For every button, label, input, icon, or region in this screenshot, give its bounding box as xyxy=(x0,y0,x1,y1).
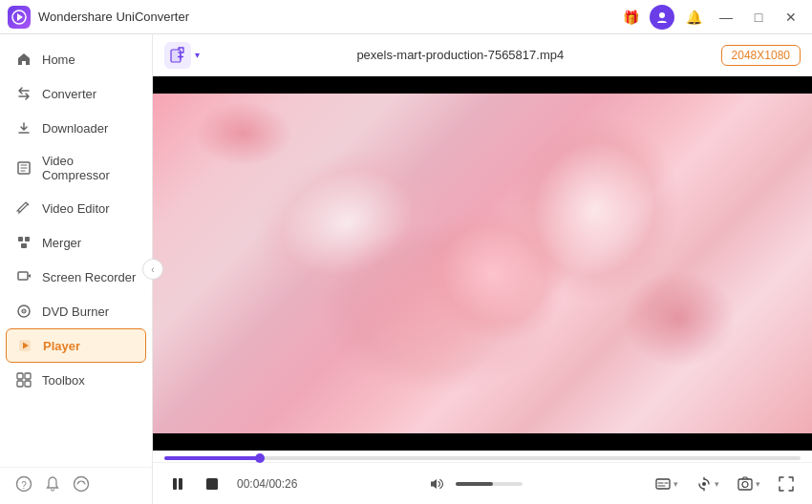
letterbox-top xyxy=(153,76,812,94)
svg-point-27 xyxy=(702,482,706,486)
sidebar-item-dvd-burner[interactable]: DVD Burner xyxy=(0,294,152,328)
caption-button[interactable]: ▾ xyxy=(649,472,684,496)
sidebar-item-label: Merger xyxy=(42,236,81,250)
svg-rect-4 xyxy=(18,237,23,242)
sidebar-item-label: Downloader xyxy=(42,121,108,136)
compressor-icon xyxy=(15,159,32,177)
sidebar-item-player[interactable]: Player xyxy=(6,328,146,363)
app-body: Home Converter Downloader Video Compress… xyxy=(0,34,812,504)
resolution-badge[interactable]: 2048X1080 xyxy=(721,45,801,66)
volume-fill xyxy=(456,482,493,486)
time-current: 00:04 xyxy=(237,477,266,491)
time-display: 00:04/00:26 xyxy=(237,477,297,491)
sidebar-item-downloader[interactable]: Downloader xyxy=(0,111,152,145)
svg-rect-16 xyxy=(25,381,31,387)
sidebar-item-video-editor[interactable]: Video Editor xyxy=(0,191,152,225)
sidebar-item-label: Toolbox xyxy=(42,373,85,388)
progress-bar[interactable] xyxy=(164,456,801,460)
progress-area xyxy=(153,451,812,462)
letterbox-bottom xyxy=(153,433,812,451)
sidebar-item-label: Video Compressor xyxy=(42,154,137,182)
video-frame xyxy=(153,76,812,451)
toolbox-icon xyxy=(15,371,32,388)
svg-marker-1 xyxy=(17,13,23,21)
bell-icon[interactable]: 🔔 xyxy=(680,4,707,31)
pause-button[interactable] xyxy=(164,471,191,497)
app-logo xyxy=(8,6,31,29)
minimize-button[interactable]: — xyxy=(713,4,739,31)
svg-point-2 xyxy=(659,12,665,18)
sidebar-item-label: Converter xyxy=(42,87,96,101)
svg-rect-28 xyxy=(738,479,752,490)
sidebar-nav: Home Converter Downloader Video Compress… xyxy=(0,34,152,467)
title-bar: Wondershare UniConverter 🎁 🔔 — □ ✕ xyxy=(0,0,812,34)
svg-rect-23 xyxy=(173,478,177,490)
progress-fill xyxy=(164,456,260,460)
sidebar-item-screen-recorder[interactable]: Screen Recorder xyxy=(0,260,152,294)
audio-button[interactable]: ▾ xyxy=(690,472,725,496)
sidebar-item-toolbox[interactable]: Toolbox xyxy=(0,363,152,397)
right-controls: ▾ ▾ ▾ xyxy=(649,472,801,496)
sidebar-item-label: Video Editor xyxy=(42,201,110,216)
help-icon[interactable]: ? xyxy=(15,475,32,496)
svg-point-10 xyxy=(23,310,25,312)
feedback-icon[interactable] xyxy=(73,475,90,496)
sidebar-item-merger[interactable]: Merger xyxy=(0,225,152,260)
svg-rect-24 xyxy=(179,478,182,490)
svg-point-20 xyxy=(78,481,80,483)
recorder-icon xyxy=(15,268,32,285)
fullscreen-button[interactable] xyxy=(772,472,801,496)
video-container xyxy=(153,76,812,451)
add-file-button[interactable]: ▾ xyxy=(164,42,200,69)
sidebar-item-converter[interactable]: Converter xyxy=(0,76,152,111)
maximize-button[interactable]: □ xyxy=(745,4,772,31)
notification-icon[interactable] xyxy=(44,475,61,496)
sidebar-collapse-button[interactable]: ‹ xyxy=(142,259,163,280)
add-chevron: ▾ xyxy=(195,50,200,60)
caption-chevron: ▾ xyxy=(673,479,678,489)
snapshot-button[interactable]: ▾ xyxy=(731,472,766,496)
main-content: ▾ pexels-mart-production-7565817.mp4 204… xyxy=(153,34,812,504)
close-button[interactable]: ✕ xyxy=(778,4,804,31)
smoke-dark-1 xyxy=(186,95,301,172)
volume-icon[interactable] xyxy=(423,471,450,497)
file-name: pexels-mart-production-7565817.mp4 xyxy=(207,48,714,62)
player-toolbar: ▾ pexels-mart-production-7565817.mp4 204… xyxy=(153,34,812,76)
sidebar-item-label: Home xyxy=(42,52,75,67)
merger-icon xyxy=(15,234,32,251)
gift-icon[interactable]: 🎁 xyxy=(617,4,644,31)
dvd-icon xyxy=(15,303,32,320)
svg-rect-25 xyxy=(206,478,218,490)
smoke-dark-2 xyxy=(612,262,746,376)
svg-rect-6 xyxy=(21,243,27,248)
app-title: Wondershare UniConverter xyxy=(38,10,617,24)
add-file-icon xyxy=(164,42,191,69)
controls-bar: 00:04/00:26 ▾ xyxy=(153,462,812,504)
volume-area xyxy=(423,471,523,497)
user-avatar[interactable] xyxy=(650,5,674,30)
svg-rect-22 xyxy=(171,50,181,62)
editor-icon xyxy=(15,200,32,217)
svg-rect-13 xyxy=(17,373,23,379)
volume-slider[interactable] xyxy=(456,482,523,486)
sidebar-item-home[interactable]: Home xyxy=(0,42,152,76)
svg-rect-5 xyxy=(25,237,30,242)
sidebar-bottom: ? xyxy=(0,467,152,504)
svg-point-21 xyxy=(83,481,85,483)
sidebar: Home Converter Downloader Video Compress… xyxy=(0,34,153,504)
svg-text:?: ? xyxy=(21,480,27,491)
sidebar-item-video-compressor[interactable]: Video Compressor xyxy=(0,145,152,191)
titlebar-controls: 🎁 🔔 — □ ✕ xyxy=(617,4,804,31)
audio-chevron: ▾ xyxy=(715,479,719,489)
stop-button[interactable] xyxy=(199,471,225,497)
svg-rect-7 xyxy=(18,272,28,280)
svg-rect-14 xyxy=(25,373,31,379)
sidebar-item-label: Player xyxy=(43,339,80,353)
player-icon xyxy=(16,337,33,354)
progress-thumb[interactable] xyxy=(255,453,265,463)
time-total: 00:26 xyxy=(268,477,297,491)
svg-point-29 xyxy=(742,481,748,487)
sidebar-item-label: DVD Burner xyxy=(42,304,109,319)
converter-icon xyxy=(15,85,32,102)
svg-rect-15 xyxy=(17,381,23,387)
